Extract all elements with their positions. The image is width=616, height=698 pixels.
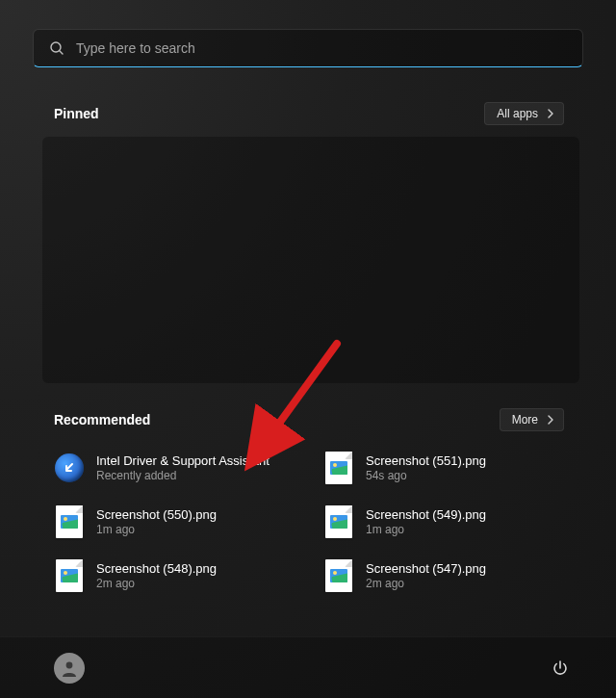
recommended-item[interactable]: Screenshot (549).png 1m ago bbox=[323, 504, 574, 539]
all-apps-button[interactable]: All apps bbox=[484, 102, 564, 125]
recommended-item-title: Intel Driver & Support Assistant bbox=[96, 453, 270, 468]
file-icon bbox=[323, 452, 354, 483]
recommended-item-title: Screenshot (547).png bbox=[366, 561, 486, 576]
image-thumbnail-icon bbox=[330, 569, 347, 582]
pinned-header: Pinned All apps bbox=[33, 102, 583, 125]
image-thumbnail-icon bbox=[61, 569, 78, 582]
file-icon bbox=[54, 506, 85, 537]
more-button[interactable]: More bbox=[500, 408, 564, 431]
file-icon bbox=[323, 506, 354, 537]
search-icon bbox=[49, 40, 64, 56]
file-icon bbox=[323, 560, 354, 591]
image-thumbnail-icon bbox=[330, 461, 347, 475]
recommended-item-subtitle: 1m ago bbox=[96, 523, 217, 536]
user-icon bbox=[60, 659, 79, 678]
more-label: More bbox=[512, 413, 538, 427]
power-icon bbox=[552, 659, 569, 677]
pinned-title: Pinned bbox=[54, 106, 99, 121]
all-apps-label: All apps bbox=[497, 107, 538, 120]
search-input[interactable] bbox=[76, 40, 567, 56]
start-footer bbox=[0, 636, 616, 698]
recommended-item-title: Screenshot (548).png bbox=[96, 561, 217, 576]
search-box[interactable] bbox=[33, 29, 583, 67]
recommended-item-title: Screenshot (550).png bbox=[96, 507, 217, 522]
recommended-item[interactable]: Intel Driver & Support Assistant Recentl… bbox=[54, 451, 304, 485]
recommended-header: Recommended More bbox=[33, 408, 583, 431]
file-icon bbox=[54, 560, 85, 591]
recommended-grid: Intel Driver & Support Assistant Recentl… bbox=[33, 443, 583, 593]
user-avatar-button[interactable] bbox=[54, 653, 85, 684]
intel-icon bbox=[55, 453, 84, 482]
recommended-item-title: Screenshot (549).png bbox=[366, 507, 486, 522]
svg-line-1 bbox=[60, 51, 63, 54]
recommended-item-subtitle: 54s ago bbox=[366, 469, 486, 482]
power-button[interactable] bbox=[543, 651, 578, 685]
app-icon bbox=[54, 452, 85, 483]
svg-point-0 bbox=[51, 42, 61, 52]
chevron-right-icon bbox=[546, 109, 555, 118]
svg-point-2 bbox=[66, 661, 73, 668]
pinned-apps-area[interactable] bbox=[42, 137, 579, 383]
chevron-right-icon bbox=[546, 415, 555, 425]
recommended-item[interactable]: Screenshot (550).png 1m ago bbox=[54, 504, 304, 539]
recommended-item-subtitle: Recently added bbox=[96, 469, 270, 482]
recommended-item-subtitle: 1m ago bbox=[366, 523, 486, 536]
image-thumbnail-icon bbox=[61, 515, 78, 529]
recommended-item-subtitle: 2m ago bbox=[366, 577, 486, 590]
recommended-item-title: Screenshot (551).png bbox=[366, 453, 486, 468]
recommended-item-subtitle: 2m ago bbox=[96, 577, 217, 590]
recommended-item[interactable]: Screenshot (548).png 2m ago bbox=[54, 558, 304, 593]
recommended-item[interactable]: Screenshot (551).png 54s ago bbox=[323, 451, 574, 485]
recommended-item[interactable]: Screenshot (547).png 2m ago bbox=[323, 558, 574, 593]
recommended-title: Recommended bbox=[54, 412, 150, 427]
image-thumbnail-icon bbox=[330, 515, 347, 529]
